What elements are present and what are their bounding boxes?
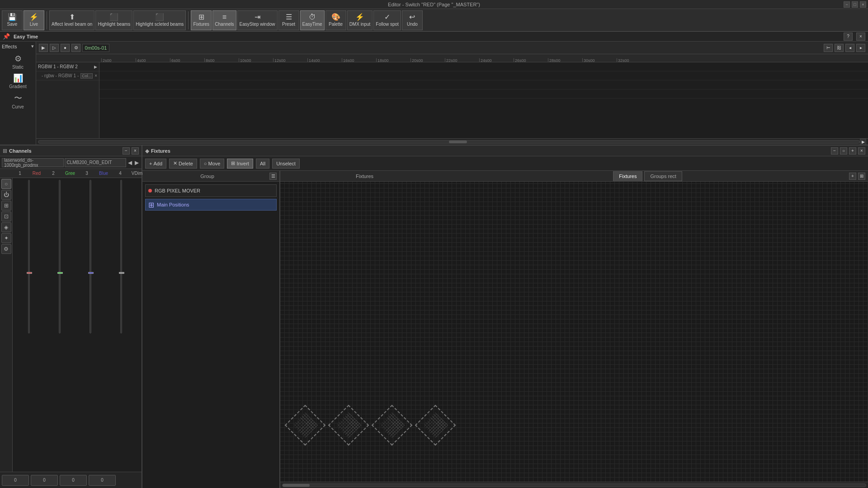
easytime-icon: ⏱ <box>309 14 316 21</box>
fixtures-scroll-track[interactable] <box>282 483 866 487</box>
blue-slider[interactable] <box>90 180 91 333</box>
easytime-help-button[interactable]: ? <box>844 33 853 41</box>
align-start-button[interactable]: ⊢ <box>824 44 833 52</box>
close-button[interactable]: × <box>860 1 866 8</box>
timeline-scroll-track[interactable] <box>38 140 860 144</box>
red-slider[interactable] <box>28 180 30 333</box>
track-content <box>99 62 868 138</box>
blue-slider-thumb[interactable] <box>88 272 94 274</box>
device-name-1[interactable]: laserworld_ds-1000rgb_prodmx <box>2 158 64 167</box>
dmx-input-button[interactable]: ⚡ DMX input <box>347 10 373 30</box>
group-menu-button[interactable]: ☰ <box>269 173 277 180</box>
follow-spot-button[interactable]: ✓ Follow spot <box>373 10 401 30</box>
channels-col-headers: 1 Red 2 Gree 3 Blue 4 VDim <box>0 169 142 178</box>
track-color-btn[interactable]: Col... <box>80 73 93 79</box>
channel-mode5-button[interactable]: ⚙ <box>1 244 11 254</box>
easystep-window-button[interactable]: ⇥ EasyStep window <box>237 10 278 30</box>
effects-panel: Effects ▾ ⚙ Static 📊 Gradient 〜 Curve <box>0 42 36 145</box>
play-from-start-button[interactable]: ▷ <box>50 44 59 52</box>
fixtures-pin-button[interactable]: + <box>849 147 856 155</box>
timeline-scroll-end[interactable]: ▶ <box>860 139 866 145</box>
channel-mode-circle-button[interactable]: ○ <box>1 179 11 189</box>
play-button[interactable]: ▶ <box>39 44 48 52</box>
arrow-right-button[interactable]: ▸ <box>856 44 865 52</box>
add-fixture-button[interactable]: + Add <box>145 159 166 169</box>
device-arrow-right[interactable]: ▶ <box>134 160 140 166</box>
groups-rect-tab[interactable]: Groups rect <box>644 171 682 181</box>
live-button[interactable]: ⚡ Live <box>24 10 44 30</box>
highlight-beams-button[interactable]: ⬛ Highlight beams <box>95 10 132 30</box>
channel-mode4-button[interactable]: ✦ <box>1 233 11 243</box>
fixture-item-4[interactable] <box>415 405 456 446</box>
minimize-button[interactable]: − <box>844 1 850 8</box>
fixture-item-1[interactable] <box>285 405 326 446</box>
record-button[interactable]: ● <box>61 44 70 52</box>
maximize-button[interactable]: □ <box>852 1 858 8</box>
palette-icon: 🎨 <box>331 14 340 21</box>
ruler-mark: 8s00 <box>204 58 239 62</box>
ruler-mark: 22s00 <box>445 58 479 62</box>
preset-button[interactable]: ☰ Preset <box>278 10 299 30</box>
affect-level-button[interactable]: ⬆ Affect level beam on <box>49 10 94 30</box>
fixture-item-3[interactable] <box>372 405 412 446</box>
red-slider-thumb[interactable] <box>27 272 32 274</box>
vdim-slider[interactable] <box>120 180 122 333</box>
fixtures-view-add-button[interactable]: + <box>849 173 856 180</box>
window-title: Editor - Switch "RED" (Page "_MASTER") <box>388 2 480 7</box>
timeline-scroll-thumb[interactable] <box>449 141 467 143</box>
highlight-selected-button[interactable]: ⬛ Highlight scleted beams <box>133 10 186 30</box>
red-value-box[interactable]: 0 <box>2 475 29 486</box>
device-arrow-left[interactable]: ◀ <box>127 160 133 166</box>
curve-effect-item[interactable]: 〜 Curve <box>2 91 34 111</box>
fixture-item-2[interactable] <box>328 405 369 446</box>
green-slider-thumb[interactable] <box>57 272 63 274</box>
chain-button[interactable]: ⛓ <box>835 44 844 52</box>
green-slider[interactable] <box>59 180 61 333</box>
vdim-channel-group <box>106 180 137 333</box>
channels-minimize-button[interactable]: − <box>123 147 130 155</box>
delete-fixture-button[interactable]: ✕ Delete <box>169 159 197 169</box>
all-fixture-button[interactable]: All <box>256 159 269 169</box>
fixtures-maximize-button[interactable]: ○ <box>840 147 847 155</box>
timeline-tracks: RGBW 1 - RGBW 2 ▶ - rgbw - RGBW 1 - Col.… <box>36 62 868 138</box>
palette-button[interactable]: 🎨 Palette <box>326 10 346 30</box>
undo-button[interactable]: ↩ Undo <box>402 10 423 30</box>
effects-header: Effects ▾ <box>2 43 34 49</box>
fixtures-close-button[interactable]: × <box>858 147 865 155</box>
gradient-effect-item[interactable]: 📊 Gradient <box>2 71 34 91</box>
easytime-close-button[interactable]: × <box>856 33 865 41</box>
invert-fixture-button[interactable]: ⊞ Invert <box>227 159 253 169</box>
fixtures-minimize-button[interactable]: − <box>831 147 838 155</box>
unselect-fixture-button[interactable]: Unselect <box>272 159 300 169</box>
fixtures-scroll-thumb[interactable] <box>283 484 310 487</box>
group-panel: Group ☰ RGB PIXEL MOVER ⊞ Main Positions <box>142 171 280 488</box>
settings-button[interactable]: ⚙ <box>71 44 80 52</box>
track-expand-icon[interactable]: ▶ <box>94 65 97 69</box>
channels-close-button[interactable]: × <box>132 147 139 155</box>
easytime-button[interactable]: ⏱ EasyTime <box>300 10 325 30</box>
group-item-rgb[interactable]: RGB PIXEL MOVER <box>145 184 277 197</box>
col-header-blue: Blue <box>92 171 115 176</box>
save-button[interactable]: 💾 Save <box>2 10 23 30</box>
channels-button[interactable]: ≡ Channels <box>212 10 236 30</box>
effects-collapse-button[interactable]: ▾ <box>31 43 34 49</box>
blue-value-box[interactable]: 0 <box>60 475 87 486</box>
fixtures-header: ◆ Fixtures − ○ + × <box>142 145 868 156</box>
fixtures-button[interactable]: ⊞ Fixtures <box>191 10 212 30</box>
arrow-left-button[interactable]: ◂ <box>845 44 854 52</box>
vdim-value-box[interactable]: 0 <box>89 475 116 486</box>
vdim-slider-thumb[interactable] <box>119 272 124 274</box>
group-sub-item-main-positions[interactable]: ⊞ Main Positions <box>145 199 277 211</box>
channel-mode3-button[interactable]: ◈ <box>1 222 11 232</box>
track-close-icon[interactable]: × <box>94 73 97 78</box>
fixtures-tab[interactable]: Fixtures <box>613 171 642 181</box>
channel-mode2-button[interactable]: ⊡ <box>1 211 11 221</box>
green-value-box[interactable]: 0 <box>31 475 58 486</box>
fixtures-grid[interactable] <box>280 182 868 482</box>
device-name-2[interactable]: CLMB200_ROB_EDIT <box>65 158 127 167</box>
channel-power-button[interactable]: ⏻ <box>1 190 11 200</box>
move-fixture-button[interactable]: ○ Move <box>200 159 225 169</box>
fixtures-view-grid-button[interactable]: ⊞ <box>858 173 865 180</box>
channel-mode1-button[interactable]: ⊞ <box>1 201 11 211</box>
static-effect-item[interactable]: ⚙ Static <box>2 52 34 71</box>
